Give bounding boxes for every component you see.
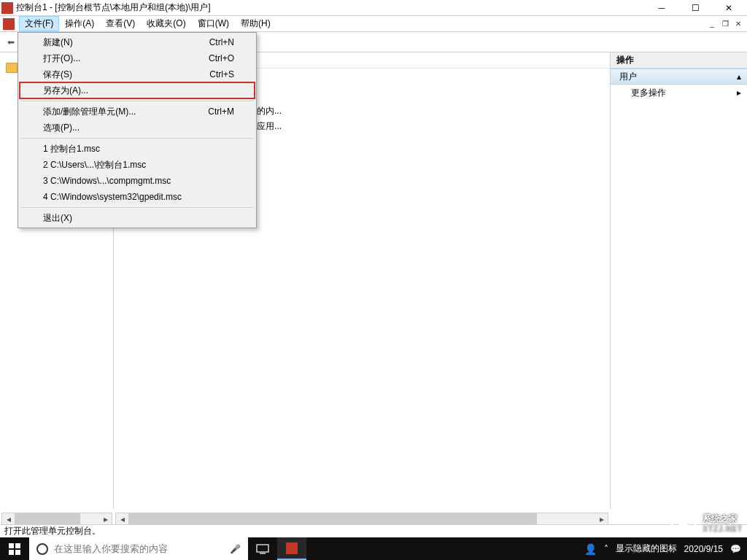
search-input[interactable] [54,543,224,554]
window-title: 控制台1 - [控制台根节点\本地用户和组(本地)\用户] [16,1,645,14]
menu-item-new[interactable]: 新建(N) Ctrl+N [20,34,255,50]
status-text: 打开此管理单元控制台。 [4,525,101,537]
actions-more-label: 更多操作 [631,87,666,99]
back-button[interactable]: ⬅ [4,36,18,49]
taskbar-app-mmc[interactable] [277,537,306,560]
folder-icon [6,63,18,73]
shortcut-label: Ctrl+S [209,69,234,79]
menu-item-recent-2[interactable]: 2 C:\Users\...\控制台1.msc [20,157,255,173]
menu-item-exit[interactable]: 退出(X) [20,210,255,226]
actions-more[interactable]: 更多操作 ▸ [611,85,747,101]
mdi-minimize-icon[interactable]: _ [706,19,718,29]
close-button[interactable]: ✕ [712,0,746,16]
menu-item-label: 新建(N) [43,36,73,49]
menu-item-label: 退出(X) [43,212,72,225]
cortana-icon [36,543,48,555]
menu-action[interactable]: 操作(A) [59,16,100,31]
collapse-icon: ▴ [737,71,741,82]
mmc-icon [3,18,15,30]
svg-rect-1 [15,543,20,548]
mdi-close-icon[interactable]: ✕ [732,19,744,29]
menu-item-label: 另存为(A)... [43,85,88,97]
scroll-left-button[interactable]: ◂ [116,513,128,524]
menu-item-recent-4[interactable]: 4 C:\Windows\system32\gpedit.msc [20,189,255,205]
menu-separator [21,138,253,139]
horizontal-scrollbar[interactable]: ◂ ▸ [115,513,608,525]
menu-separator [21,101,253,101]
actions-group-label: 用户 [619,71,637,83]
windows-icon [9,543,20,555]
people-icon[interactable]: 👤 [584,543,597,555]
menu-item-label: 选项(P)... [43,122,80,134]
svg-rect-3 [15,550,20,555]
status-bar: 打开此管理单元控制台。 [0,524,747,537]
tray-text[interactable]: 显示隐藏的图标 [616,542,677,555]
shortcut-label: Ctrl+N [209,37,234,47]
scroll-thumb[interactable] [128,513,537,524]
tray-chevron-icon[interactable]: ˄ [604,544,608,554]
taskbar-search[interactable]: 🎤 [29,537,248,560]
scroll-left-button[interactable]: ◂ [2,513,15,524]
menu-bar: 文件(F) 操作(A) 查看(V) 收藏夹(O) 窗口(W) 帮助(H) _ ❐… [0,16,747,32]
menu-item-save[interactable]: 保存(S) Ctrl+S [20,66,255,82]
menu-separator [21,207,253,208]
menu-file[interactable]: 文件(F) [19,16,59,31]
window-controls: ─ ☐ ✕ [645,0,746,16]
scroll-right-button[interactable]: ▸ [99,513,112,524]
menu-item-label: 2 C:\Users\...\控制台1.msc [43,159,146,171]
notifications-icon[interactable]: 💬 [730,544,741,554]
menu-item-add-remove-snapin[interactable]: 添加/删除管理单元(M)... Ctrl+M [20,104,255,120]
mdi-restore-icon[interactable]: ❐ [719,19,731,29]
watermark-text: 系统之家 [703,513,738,524]
file-menu-dropdown: 新建(N) Ctrl+N 打开(O)... Ctrl+O 保存(S) Ctrl+… [18,32,257,228]
shortcut-label: Ctrl+M [208,106,234,117]
menu-item-open[interactable]: 打开(O)... Ctrl+O [20,50,255,66]
horizontal-scrollbar[interactable]: ◂ ▸ [1,513,112,525]
menu-view[interactable]: 查看(V) [100,16,141,31]
menu-window[interactable]: 窗口(W) [192,16,235,31]
start-button[interactable] [0,537,29,560]
actions-pane: 操作 用户 ▴ 更多操作 ▸ [610,52,747,509]
menu-item-label: 3 C:\Windows\...\compmgmt.msc [43,176,171,186]
menu-item-label: 打开(O)... [43,52,80,65]
app-icon [1,2,13,14]
task-view-icon [256,544,269,554]
menu-item-label: 1 控制台1.msc [43,143,100,155]
menu-help[interactable]: 帮助(H) [235,16,276,31]
chevron-right-icon: ▸ [737,88,741,98]
mmc-icon [286,542,298,554]
menu-item-options[interactable]: 选项(P)... [20,120,255,136]
maximize-button[interactable]: ☐ [678,0,712,16]
system-tray: 👤 ˄ 显示隐藏的图标 2020/9/15 💬 [578,542,747,555]
menu-item-label: 保存(S) [43,69,72,81]
menu-favorites[interactable]: 收藏夹(O) [141,16,191,31]
task-view-button[interactable] [248,537,277,560]
svg-rect-2 [9,550,14,555]
actions-group-users[interactable]: 用户 ▴ [611,69,747,85]
scroll-thumb[interactable] [15,513,80,524]
menu-item-recent-3[interactable]: 3 C:\Windows\...\compmgmt.msc [20,173,255,189]
minimize-button[interactable]: ─ [645,0,678,16]
shortcut-label: Ctrl+O [209,53,234,63]
menu-item-label: 添加/删除管理单元(M)... [43,106,136,118]
menu-item-label: 4 C:\Windows\system32\gpedit.msc [43,192,182,202]
mic-icon[interactable]: 🎤 [230,544,241,554]
tree-node-users[interactable] [6,63,18,73]
menu-item-recent-1[interactable]: 1 控制台1.msc [20,141,255,157]
svg-rect-0 [9,543,14,548]
scroll-right-button[interactable]: ▸ [595,513,608,524]
taskbar: 🎤 👤 ˄ 显示隐藏的图标 2020/9/15 💬 [0,537,747,560]
svg-rect-4 [257,545,268,552]
title-bar: 控制台1 - [控制台根节点\本地用户和组(本地)\用户] ─ ☐ ✕ [0,0,747,16]
menu-item-save-as[interactable]: 另存为(A)... [20,82,255,98]
actions-header: 操作 [611,52,747,69]
tray-date[interactable]: 2020/9/15 [684,544,723,554]
